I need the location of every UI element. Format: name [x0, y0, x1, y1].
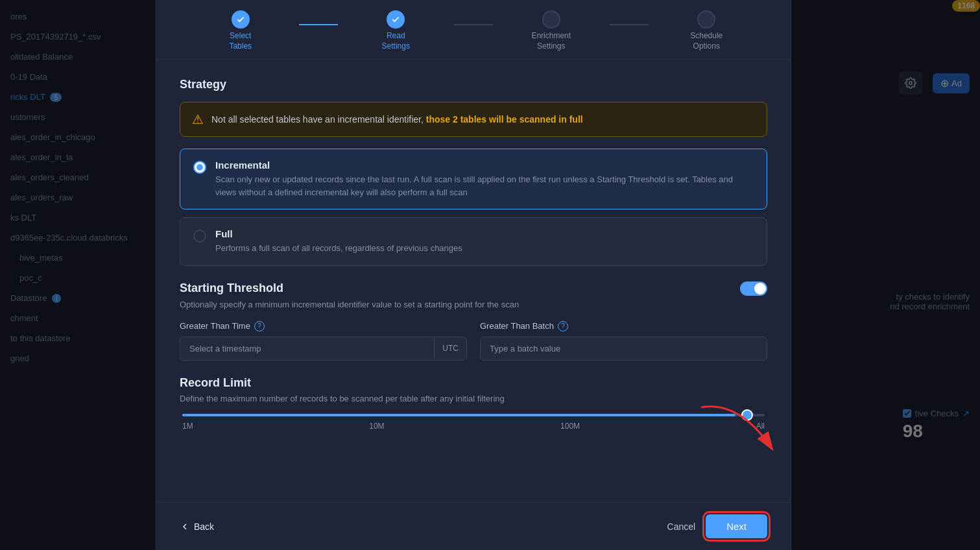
back-arrow-icon: [180, 521, 190, 532]
wizard-step-schedule[interactable]: ScheduleOptions: [649, 10, 765, 51]
footer-right: Cancel Next: [667, 514, 767, 538]
connector-2: [454, 24, 493, 25]
wizard-steps: SelectTables ReadSettings EnrichmentSett…: [156, 0, 791, 60]
threshold-title: Starting Threshold: [180, 281, 283, 295]
step-label-4: ScheduleOptions: [690, 31, 723, 51]
greater-than-time-input[interactable]: [180, 337, 434, 360]
warning-icon: ⚠: [192, 112, 204, 127]
record-limit-title: Record Limit: [180, 376, 767, 390]
step-circle-1: [232, 10, 250, 29]
step-label-3: EnrichmentSettings: [531, 31, 571, 51]
wizard-step-read-settings[interactable]: ReadSettings: [338, 10, 455, 51]
greater-than-batch-help-icon[interactable]: ?: [558, 321, 568, 331]
option-incremental[interactable]: Incremental Scan only new or updated rec…: [180, 149, 767, 209]
utc-badge: UTC: [434, 339, 466, 358]
wizard-step-enrichment[interactable]: EnrichmentSettings: [493, 10, 610, 51]
option-full-label: Full: [215, 228, 462, 239]
option-full[interactable]: Full Performs a full scan of all records…: [180, 217, 767, 266]
greater-than-time-input-wrapper: UTC: [180, 337, 467, 361]
option-incremental-label: Incremental: [215, 160, 754, 171]
greater-than-batch-group: Greater Than Batch ?: [480, 321, 767, 361]
strategy-title: Strategy: [180, 78, 767, 91]
greater-than-batch-input[interactable]: [481, 337, 767, 360]
step-circle-4: [697, 10, 715, 29]
radio-incremental: [193, 161, 206, 174]
record-limit-section: Record Limit Define the maximum number o…: [180, 376, 767, 431]
option-incremental-content: Incremental Scan only new or updated rec…: [215, 160, 754, 198]
back-button[interactable]: Back: [180, 516, 214, 537]
threshold-desc: Optionally specify a minimum incremental…: [180, 300, 767, 309]
connector-1: [299, 24, 338, 25]
option-incremental-desc: Scan only new or updated records since t…: [215, 173, 754, 198]
starting-threshold-toggle[interactable]: [740, 281, 767, 296]
starting-threshold-section: Starting Threshold Optionally specify a …: [180, 281, 767, 361]
slider-thumb[interactable]: [741, 409, 753, 421]
threshold-header: Starting Threshold: [180, 281, 767, 296]
modal: SelectTables ReadSettings EnrichmentSett…: [156, 0, 791, 550]
slider-fill: [182, 414, 735, 416]
step-label-2: ReadSettings: [382, 31, 410, 51]
warning-text: Not all selected tables have an incremen…: [211, 114, 583, 125]
cancel-button[interactable]: Cancel: [667, 521, 696, 532]
modal-footer: Back Cancel Next: [156, 502, 791, 550]
step-circle-2: [387, 10, 405, 29]
greater-than-time-help-icon[interactable]: ?: [254, 321, 265, 331]
warning-banner: ⚠ Not all selected tables have an increm…: [180, 102, 767, 137]
connector-3: [610, 24, 649, 25]
greater-than-time-group: Greater Than Time ? UTC: [180, 321, 467, 361]
modal-body: Strategy ⚠ Not all selected tables have …: [156, 60, 791, 502]
threshold-inputs: Greater Than Time ? UTC Greater Than Bat…: [180, 321, 767, 361]
record-limit-slider-container: 1M 10M 100M All: [180, 414, 767, 431]
greater-than-time-label: Greater Than Time ?: [180, 321, 467, 331]
toggle-knob: [754, 283, 766, 294]
step-label-1: SelectTables: [229, 31, 252, 51]
greater-than-batch-label: Greater Than Batch ?: [480, 321, 767, 331]
option-full-desc: Performs a full scan of all records, reg…: [215, 242, 462, 255]
slider-labels: 1M 10M 100M All: [182, 422, 765, 431]
greater-than-batch-input-wrapper: [480, 337, 767, 361]
wizard-step-select-tables[interactable]: SelectTables: [182, 10, 299, 51]
step-circle-3: [542, 10, 560, 29]
record-limit-desc: Define the maximum number of records to …: [180, 394, 767, 403]
next-button[interactable]: Next: [706, 514, 767, 538]
slider-track[interactable]: [182, 414, 765, 416]
radio-full: [193, 230, 206, 243]
option-full-content: Full Performs a full scan of all records…: [215, 228, 462, 255]
radio-dot-incremental: [197, 164, 203, 171]
